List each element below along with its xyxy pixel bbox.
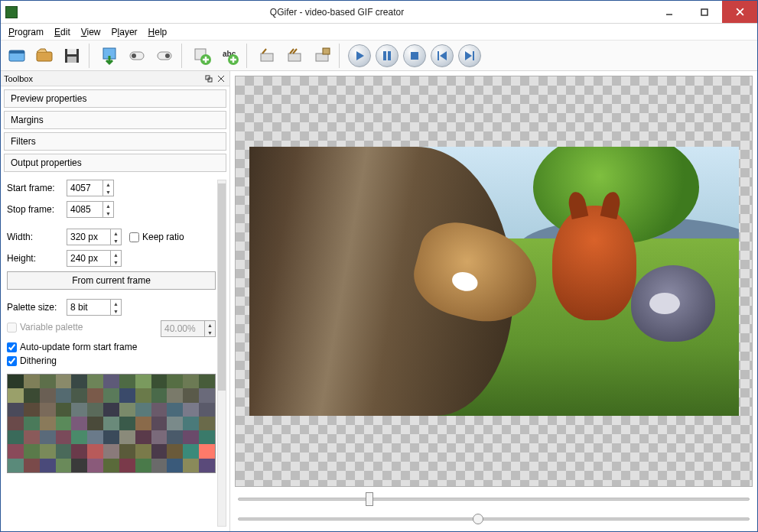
height-input[interactable] [67, 253, 110, 264]
player-position-slider[interactable] [235, 491, 753, 507]
keep-ratio-label: Keep ratio [142, 232, 184, 242]
height-spin[interactable]: ▲▼ [67, 250, 122, 267]
svg-point-14 [165, 54, 170, 58]
play-icon [348, 44, 371, 67]
effect1-button[interactable] [254, 43, 280, 69]
toolbox-float-button[interactable] [203, 73, 214, 84]
width-spin[interactable]: ▲▼ [67, 229, 122, 245]
variable-palette-pct-input [161, 323, 204, 334]
toolbox-titlebar: Toolbox [1, 71, 229, 86]
spin-arrows-icon[interactable]: ▲▼ [102, 180, 113, 196]
prev-frame-button[interactable] [429, 43, 455, 69]
panel-margins[interactable]: Margins [4, 111, 226, 129]
toolbar: abc [1, 41, 757, 71]
palette-size-label: Palette size: [7, 302, 67, 313]
menu-edit[interactable]: Edit [50, 27, 75, 37]
keep-ratio-checkbox[interactable] [129, 232, 139, 242]
width-input[interactable] [67, 232, 110, 242]
next-frame-button[interactable] [457, 43, 483, 69]
svg-rect-1 [701, 9, 708, 15]
pause-button[interactable] [374, 43, 400, 69]
video-preview [235, 76, 753, 487]
toolbox-scrollbar[interactable] [217, 180, 226, 527]
pause-icon [376, 44, 399, 67]
panel-filters[interactable]: Filters [4, 132, 226, 151]
window-title: QGifer - video-based GIF creator [22, 7, 652, 18]
svg-rect-5 [9, 50, 24, 54]
menu-help[interactable]: Help [144, 27, 172, 37]
toolbox-panel: Toolbox Preview properties Margins Filte… [1, 71, 230, 531]
palette-size-input[interactable] [67, 302, 110, 313]
svg-marker-29 [465, 51, 472, 60]
svg-rect-26 [411, 52, 418, 60]
svg-rect-9 [67, 57, 76, 63]
palette-size-spin[interactable]: ▲▼ [67, 299, 122, 316]
menu-program[interactable]: Program [4, 27, 48, 37]
menu-view[interactable]: View [76, 27, 106, 37]
stop-icon [403, 44, 426, 67]
title-bar: QGifer - video-based GIF creator [1, 1, 757, 24]
stop-button[interactable] [402, 43, 428, 69]
auto-update-label: Auto-update form start frame [20, 342, 137, 352]
insert-object-button[interactable] [189, 43, 215, 69]
panel-output-properties[interactable]: Output properties [4, 154, 226, 172]
spin-arrows-icon[interactable]: ▲▼ [110, 300, 121, 315]
skip-forward-icon [458, 44, 481, 67]
svg-marker-23 [356, 51, 364, 60]
set-stop-button[interactable] [151, 43, 177, 69]
video-frame [249, 147, 739, 416]
menu-bar: Program Edit View Player Help [1, 24, 757, 41]
svg-rect-27 [438, 51, 439, 60]
svg-rect-6 [37, 52, 52, 61]
preview-area [230, 71, 757, 531]
height-label: Height: [7, 253, 67, 264]
width-label: Width: [7, 232, 67, 242]
toolbox-close-button[interactable] [216, 73, 226, 84]
auto-update-checkbox[interactable] [7, 342, 17, 352]
from-current-frame-button[interactable]: From current frame [7, 271, 216, 290]
open-project-button[interactable] [31, 43, 57, 69]
svg-rect-19 [261, 54, 273, 61]
start-frame-label: Start frame: [7, 183, 67, 193]
stop-frame-label: Stop frame: [7, 204, 67, 215]
spin-arrows-icon[interactable]: ▲▼ [110, 251, 121, 266]
stop-frame-input[interactable] [67, 204, 102, 215]
start-frame-input[interactable] [67, 183, 102, 193]
svg-marker-28 [440, 51, 447, 60]
palette-preview [7, 374, 216, 473]
minimize-button[interactable] [652, 1, 687, 23]
svg-rect-20 [288, 54, 301, 61]
extract-gif-button[interactable] [96, 43, 122, 69]
effect2-button[interactable] [281, 43, 307, 69]
spin-arrows-icon[interactable]: ▲▼ [110, 229, 121, 245]
svg-rect-24 [383, 51, 386, 60]
dithering-label: Dithering [20, 355, 57, 366]
skip-back-icon [431, 44, 454, 67]
variable-palette-pct-spin: ▲▼ [161, 320, 216, 337]
play-button[interactable] [346, 43, 372, 69]
close-button[interactable] [722, 1, 757, 23]
svg-rect-25 [388, 51, 391, 60]
start-frame-spin[interactable]: ▲▼ [67, 180, 114, 196]
open-video-button[interactable] [4, 43, 30, 69]
variable-palette-checkbox [7, 323, 17, 332]
dithering-checkbox[interactable] [7, 356, 17, 366]
stop-frame-spin[interactable]: ▲▼ [67, 201, 114, 218]
maximize-button[interactable] [687, 1, 722, 23]
insert-text-button[interactable]: abc [216, 43, 242, 69]
panel-preview-properties[interactable]: Preview properties [4, 89, 226, 108]
app-window: QGifer - video-based GIF creator Program… [0, 0, 758, 532]
toolbox-title-label: Toolbox [4, 74, 33, 83]
output-panel-body: Start frame: ▲▼ Stop frame: ▲▼ [1, 175, 229, 531]
save-button[interactable] [59, 43, 85, 69]
set-start-button[interactable] [124, 43, 150, 69]
spin-arrows-icon: ▲▼ [204, 321, 215, 336]
player-range-slider[interactable] [235, 511, 753, 527]
menu-player[interactable]: Player [107, 27, 142, 37]
svg-rect-30 [473, 51, 474, 60]
svg-rect-8 [67, 49, 76, 54]
app-icon [5, 6, 18, 18]
svg-rect-22 [323, 48, 330, 54]
effect3-button[interactable] [309, 43, 335, 69]
spin-arrows-icon[interactable]: ▲▼ [102, 202, 113, 217]
